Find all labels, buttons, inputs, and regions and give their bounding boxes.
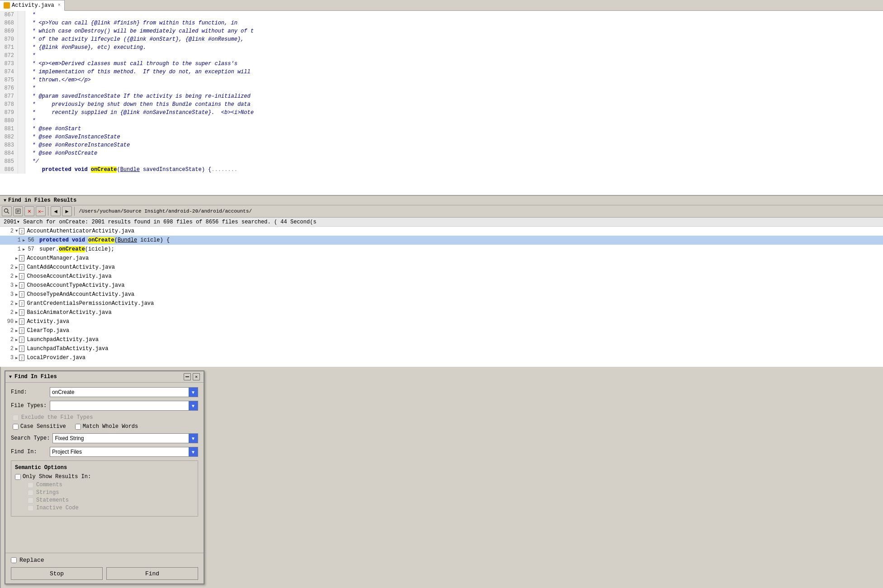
result-row-chooseaccount[interactable]: 2 ▶ j ChooseAccountActivity.java — [0, 272, 883, 281]
comments-checkbox — [28, 482, 33, 488]
search-type-input[interactable] — [53, 434, 189, 443]
file-types-dropdown-btn[interactable]: ▼ — [189, 401, 198, 410]
file-icon: j — [19, 255, 25, 262]
tree-expand-icon[interactable]: ▶ — [15, 265, 18, 270]
svg-line-1 — [8, 212, 9, 214]
match-whole-words-checkbox[interactable] — [75, 424, 81, 430]
match-whole-words-item: Match Whole Words — [75, 423, 138, 430]
result-row-accountauthenticator[interactable]: 2 ▼ j AccountAuthenticatorActivity.java — [0, 227, 883, 236]
code-line: 885 */ — [0, 157, 883, 166]
result-row-localprovider[interactable]: 3 ▶ j LocalProvider.java — [0, 353, 883, 362]
tree-expand-icon[interactable]: ▶ — [23, 238, 25, 243]
tree-expand-icon[interactable]: ▶ — [23, 247, 25, 252]
only-show-row: Only Show Results In: — [15, 474, 194, 480]
tree-expand-icon[interactable]: ▼ — [15, 229, 18, 233]
stop-button[interactable]: Stop — [11, 567, 103, 580]
search-type-label: Search Type: — [11, 435, 50, 441]
find-input[interactable] — [50, 388, 189, 397]
strings-checkbox — [28, 490, 33, 496]
search-type-dropdown-btn[interactable]: ▼ — [189, 434, 198, 443]
tree-expand-icon[interactable]: ▶ — [15, 337, 18, 342]
toolbar-separator — [48, 207, 48, 216]
exclude-checkbox[interactable] — [13, 415, 19, 421]
search-type-input-container: ▼ — [52, 433, 198, 443]
result-row-activity[interactable]: 90 ▶ j Activity.java — [0, 317, 883, 326]
file-icon: j — [19, 309, 25, 316]
result-row-launchpad[interactable]: 2 ▶ j LaunchpadActivity.java — [0, 335, 883, 344]
tree-expand-icon[interactable]: ▶ — [15, 256, 18, 261]
file-icon: j — [19, 282, 25, 289]
dialog-close-btn[interactable]: ✕ — [193, 373, 200, 380]
result-row-chooseaccounttype[interactable]: 3 ▶ j ChooseAccountTypeActivity.java — [0, 281, 883, 290]
toolbar-separator-2 — [74, 207, 75, 216]
find-dropdown-btn[interactable]: ▼ — [189, 388, 198, 397]
find-button[interactable]: Find — [106, 567, 198, 580]
file-icon: j — [19, 264, 25, 271]
find-in-dropdown-btn[interactable]: ▼ — [189, 447, 198, 456]
result-row-choosetypeandaccount[interactable]: 3 ▶ j ChooseTypeAndAccountActivity.java — [0, 290, 883, 299]
find-in-input-container: ▼ — [50, 447, 198, 457]
svg-point-0 — [5, 209, 8, 213]
tree-expand-icon[interactable]: ▶ — [15, 292, 18, 297]
results-summary: 2001▾ Search for onCreate: 2001 results … — [0, 218, 883, 227]
results-title: Find in Files Results — [8, 197, 76, 204]
replace-checkbox[interactable] — [11, 557, 17, 563]
tab-label: Activity.java — [12, 2, 54, 9]
tree-expand-icon[interactable]: ▶ — [15, 356, 18, 360]
results-path: /Users/yuchuan/Source Insight/android-20… — [77, 209, 881, 214]
file-icon: j — [19, 300, 25, 307]
result-row-basicanimator[interactable]: 2 ▶ j BasicAnimatorActivity.java — [0, 308, 883, 317]
find-in-row: Find In: ▼ — [11, 447, 198, 457]
result-row-grantcredentials[interactable]: 2 ▶ j GrantCredentialsPermissionActivity… — [0, 299, 883, 308]
results-collapse-arrow[interactable]: ▼ — [4, 198, 6, 203]
match-whole-words-label: Match Whole Words — [83, 423, 138, 430]
search-type-row: Search Type: ▼ — [11, 433, 198, 443]
results-panel-header: ▼ Find in Files Results — [0, 196, 883, 205]
statements-option: Statements — [28, 497, 194, 503]
file-icon: j — [19, 291, 25, 298]
svg-rect-6 — [185, 376, 189, 377]
tree-expand-icon[interactable]: ▶ — [15, 319, 18, 324]
file-icon: j — [19, 318, 25, 325]
toolbar-prev-btn[interactable]: ◀ — [51, 206, 61, 216]
result-row-launchpadtab[interactable]: 2 ▶ j LaunchpadTabActivity.java — [0, 344, 883, 353]
tree-expand-icon[interactable]: ▶ — [15, 283, 18, 288]
code-line: 867 * — [0, 11, 883, 19]
code-line: 882 * @see #onSaveInstanceState — [0, 133, 883, 141]
dialog-collapse-arrow[interactable]: ▼ — [9, 375, 12, 379]
case-sensitive-checkbox[interactable] — [13, 424, 19, 430]
tree-expand-icon[interactable]: ▶ — [15, 274, 18, 279]
code-line: 877 * @param savedInstanceState If the a… — [0, 92, 883, 100]
semantic-options-section: Semantic Options Only Show Results In: C… — [11, 460, 198, 517]
dialog-controls: ✕ — [184, 373, 200, 380]
file-types-input-container: ▼ — [50, 401, 198, 411]
toolbar-stop-btn[interactable]: ✕ — [24, 206, 34, 216]
file-icon: j — [19, 228, 25, 235]
results-toolbar: ✕ ✕─ ◀ ▶ /Users/yuchuan/Source Insight/a… — [0, 205, 883, 218]
toolbar-next-btn[interactable]: ▶ — [62, 206, 72, 216]
case-sensitive-item: Case Sensitive — [13, 423, 66, 430]
result-row-cantadd[interactable]: 2 ▶ j CantAddAccountActivity.java — [0, 263, 883, 272]
tree-expand-icon[interactable]: ▶ — [15, 346, 18, 351]
result-row-accountmanager[interactable]: ▶ j AccountManager.java — [0, 254, 883, 263]
footer-buttons: Stop Find — [11, 567, 198, 580]
only-show-label: Only Show Results In: — [23, 474, 91, 480]
toolbar-files-btn[interactable] — [13, 206, 23, 216]
toolbar-search-btn[interactable] — [2, 206, 12, 216]
result-row-cleartop[interactable]: 2 ▶ j ClearTop.java — [0, 326, 883, 335]
tree-expand-icon[interactable]: ▶ — [15, 328, 18, 333]
result-row-line56[interactable]: 1 ▶ 56 protected void onCreate(Bundle ic… — [0, 236, 883, 245]
comments-label: Comments — [36, 482, 62, 488]
tree-expand-icon[interactable]: ▶ — [15, 301, 18, 306]
find-in-input[interactable] — [50, 447, 189, 456]
result-row-line57[interactable]: 1 ▶ 57 super.onCreate(icicle); — [0, 245, 883, 254]
file-types-input[interactable] — [50, 401, 189, 410]
code-line: 884 * @see #onPostCreate — [0, 149, 883, 157]
tab-close-btn[interactable]: × — [58, 3, 61, 8]
tree-expand-icon[interactable]: ▶ — [15, 310, 18, 315]
tab-activity-java[interactable]: Activity.java × — [0, 0, 65, 11]
dialog-minimize-btn[interactable] — [184, 373, 191, 380]
results-list[interactable]: 2 ▼ j AccountAuthenticatorActivity.java … — [0, 227, 883, 367]
only-show-checkbox[interactable] — [15, 474, 21, 480]
toolbar-clear-btn[interactable]: ✕─ — [36, 206, 46, 216]
